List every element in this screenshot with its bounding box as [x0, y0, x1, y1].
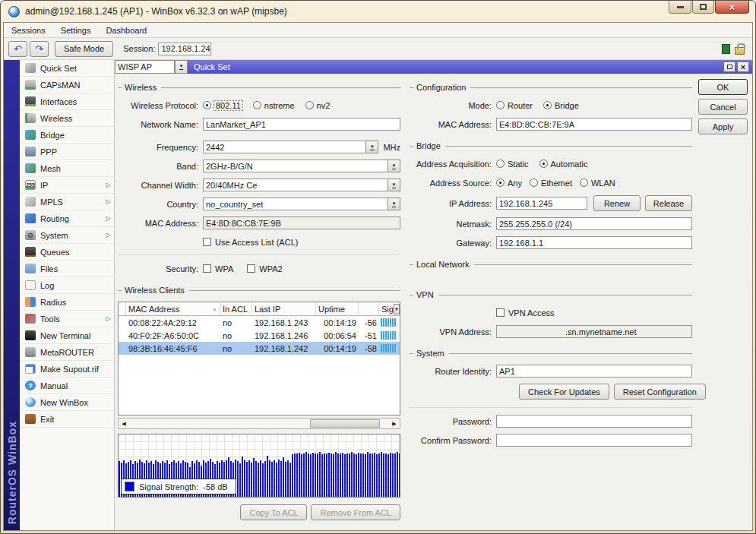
sidebar-item-mpls[interactable]: MPLS▷ [20, 194, 114, 210]
cancel-button[interactable]: Cancel [698, 99, 748, 115]
config-mac-input[interactable]: E4:8D:8C:CB:7E:9A [496, 118, 692, 131]
scroll-right-icon[interactable]: ▶ [389, 421, 400, 427]
close-button[interactable]: × [715, 1, 749, 14]
sidebar-item-capsman[interactable]: CAPsMAN [20, 77, 114, 93]
radio-nv2[interactable]: nv2 [305, 101, 331, 110]
radio-icon [580, 179, 588, 187]
column-last-ip[interactable]: Last IP [252, 302, 316, 315]
session-input[interactable]: 192.168.1.245 [158, 43, 211, 55]
radio-ethernet[interactable]: Ethemet [530, 179, 572, 188]
password-input[interactable] [496, 415, 692, 428]
network-name-input[interactable]: LanMarket_AP1 [203, 118, 400, 131]
remove-from-acl-button[interactable]: Remove From ACL [311, 504, 400, 520]
sidebar-item-files[interactable]: Files [20, 261, 114, 277]
sidebar-item-interfaces[interactable]: Interfaces [20, 93, 114, 110]
check-for-updates-button[interactable]: Check For Updates [519, 384, 609, 400]
country-dropdown-button[interactable]: ▼ [387, 197, 400, 210]
sidebar-item-routing[interactable]: Routing▷ [20, 210, 114, 227]
graph-bar [324, 453, 325, 497]
radio-router[interactable]: Router [496, 101, 533, 110]
wireless-clients-table[interactable]: MAC Address▲ In ACL Last IP Uptime Sig▼ … [118, 302, 400, 416]
confirm-password-input[interactable] [496, 434, 692, 447]
channel-width-input[interactable]: 20/40MHz Ce [203, 179, 387, 191]
menu-sessions[interactable]: Sessions [4, 23, 53, 37]
netmask-input[interactable]: 255.255.255.0 (/24) [496, 217, 692, 230]
sidebar-item-wireless[interactable]: Wireless [20, 110, 114, 127]
copy-to-acl-button[interactable]: Copy To ACL [240, 504, 307, 520]
ok-button[interactable]: OK [698, 79, 748, 95]
wpa-checkbox[interactable]: WPA [203, 264, 233, 273]
column-signal-value[interactable] [359, 302, 379, 315]
radio-nstreme[interactable]: nstreme [253, 101, 295, 110]
column-in-acl[interactable]: In ACL [220, 302, 252, 315]
radio-icon [496, 101, 505, 109]
table-row[interactable]: 00:08:22:4A:29:12no192.168.1.24300:14:19… [119, 316, 400, 329]
minimize-icon [677, 6, 684, 8]
sidebar-item-make-supout-rif[interactable]: Make Supout.rif [20, 361, 114, 378]
sidebar-item-exit[interactable]: Exit [20, 411, 114, 428]
scrollbar-thumb[interactable] [310, 419, 381, 428]
country-input[interactable]: no_country_set [203, 197, 387, 210]
sidebar-item-system[interactable]: ⚙System▷ [20, 227, 114, 244]
wpa2-checkbox[interactable]: WPA2 [247, 264, 282, 273]
sidebar-item-new-terminal[interactable]: New Terminal [20, 327, 114, 344]
safe-mode-button[interactable]: Safe Mode [55, 41, 113, 57]
sidebar-item-mesh[interactable]: Mesh [20, 160, 114, 177]
quickset-mode-dropdown-button[interactable]: ▼ [175, 60, 188, 74]
use-acl-checkbox[interactable]: Use Access List (ACL) [203, 238, 298, 247]
renew-button[interactable]: Renew [593, 195, 641, 211]
scroll-left-icon[interactable]: ◀ [119, 421, 129, 427]
release-button[interactable]: Release [645, 195, 692, 211]
quickset-restore-button[interactable] [723, 62, 735, 72]
table-horizontal-scrollbar[interactable]: ◀ ▶ [118, 418, 400, 429]
sidebar-item-manual[interactable]: ?Manual [20, 378, 114, 394]
minimize-button[interactable] [669, 1, 691, 14]
radio-bridge[interactable]: Bridge [543, 101, 579, 110]
undo-button[interactable]: ↶ [8, 41, 27, 57]
signal-bar [387, 344, 389, 352]
signal-bar [392, 331, 394, 340]
quickset-close-button[interactable]: × [737, 62, 749, 72]
radio-80211[interactable]: 802.11 [203, 101, 242, 110]
apply-button[interactable]: Apply [698, 118, 748, 134]
menu-settings[interactable]: Settings [53, 23, 99, 37]
sidebar-item-new-winbox[interactable]: New WinBox [20, 394, 114, 411]
quickset-mode-select[interactable]: WISP AP [115, 60, 175, 74]
quickset-title: Quick Set [194, 62, 230, 71]
frequency-input[interactable]: 2442 [203, 141, 365, 153]
reset-configuration-button[interactable]: Reset Configuration [614, 384, 706, 400]
sidebar-item-queues[interactable]: Queues [20, 244, 114, 261]
radio-any[interactable]: Any [496, 179, 522, 188]
sidebar-item-metarouter[interactable]: MetaROUTER [20, 344, 114, 361]
frequency-dropdown-button[interactable]: ▼ [365, 141, 378, 153]
radio-wlan[interactable]: WLAN [580, 179, 615, 188]
band-dropdown-button[interactable]: ▼ [387, 160, 400, 172]
sidebar-item-ip[interactable]: 255IP▷ [20, 177, 114, 194]
menu-dashboard[interactable]: Dashboard [98, 23, 154, 37]
column-signal[interactable]: Sig▼ [379, 302, 400, 315]
vpn-access-checkbox[interactable]: VPN Access [496, 308, 555, 318]
band-input[interactable]: 2GHz-B/G/N [203, 160, 387, 172]
radio-automatic[interactable]: Automatic [539, 160, 588, 169]
sidebar-item-log[interactable]: Log [20, 277, 114, 294]
vpn-address-label: VPN Address: [410, 327, 496, 337]
radio-static[interactable]: Static [496, 160, 529, 169]
gateway-input[interactable]: 192.168.1.1 [496, 236, 692, 249]
table-row[interactable]: 40:F0:2F:A6:50:0Cno192.168.1.24600:06:54… [119, 329, 400, 342]
sidebar-item-ppp[interactable]: PPP [20, 144, 114, 160]
sidebar-item-bridge[interactable]: Bridge [20, 127, 114, 144]
sidebar-item-tools[interactable]: Tools▷ [20, 311, 114, 327]
redo-button[interactable]: ↷ [30, 41, 49, 57]
column-filter-button[interactable]: ▼ [394, 304, 400, 314]
maximize-button[interactable] [692, 1, 714, 14]
sidebar-item-quick-set[interactable]: Quick Set [20, 60, 114, 77]
ip-address-input[interactable]: 192.168.1.245 [496, 197, 587, 210]
sidebar-item-radius[interactable]: Radius [20, 294, 114, 311]
channel-width-dropdown-button[interactable]: ▼ [387, 179, 400, 191]
column-uptime[interactable]: Uptime [316, 302, 359, 315]
column-mac-address[interactable]: MAC Address▲ [126, 302, 220, 315]
window-titlebar[interactable]: admin@192.168.1.245 (AP1) - WinBox v6.32… [1, 1, 755, 22]
table-row[interactable]: 98:3B:16:46:45:F6no192.168.1.24200:14:19… [119, 342, 400, 355]
vpn-access-row: VPN Access [410, 306, 692, 319]
router-identity-input[interactable]: AP1 [496, 365, 692, 378]
